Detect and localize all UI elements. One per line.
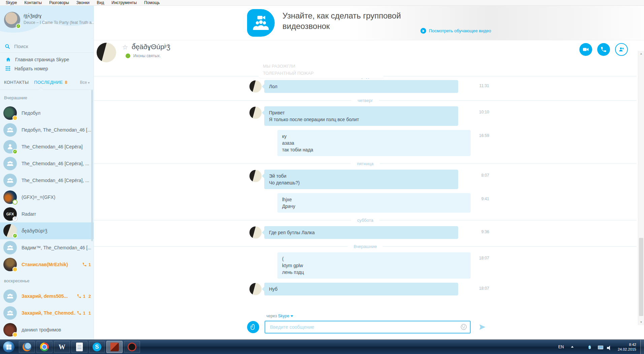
favorite-star-icon[interactable]: ☆ xyxy=(122,43,128,51)
tray-network-icon[interactable] xyxy=(579,344,585,350)
taskbar-dota2-active[interactable] xyxy=(106,341,123,353)
taskbar-media-player[interactable] xyxy=(124,341,140,353)
scrolled-out-message: МЫ РАЗОЖГЛИ ТОЛЕРАНТНЫЙ ПОЖАР xyxy=(258,63,383,78)
contact-row[interactable]: (GFX)=_=(GFX) xyxy=(0,189,94,206)
recent-count-badge: 8 xyxy=(65,80,67,85)
menu-contacts[interactable]: Контакты xyxy=(21,0,45,5)
taskbar-explorer[interactable] xyxy=(71,341,88,353)
watch-tutorial-link[interactable]: Посмотреть обучающее видео xyxy=(418,28,491,34)
avatar xyxy=(3,106,17,120)
attach-file-button[interactable] xyxy=(247,321,259,333)
taskbar-firefox[interactable] xyxy=(19,341,35,353)
tab-recent[interactable]: ПОСЛЕДНИЕ xyxy=(34,80,63,85)
tray-display-icon[interactable] xyxy=(598,346,603,349)
sender-avatar[interactable] xyxy=(249,170,262,182)
menu-skype[interactable]: Skype xyxy=(2,0,21,5)
status-online-icon: ✓ xyxy=(126,54,130,58)
contact-row[interactable]: The_Chemodan_46 [Серёга], ... xyxy=(0,172,94,189)
filter-all-dropdown[interactable]: Все ▾ xyxy=(80,80,90,85)
contact-avatar[interactable] xyxy=(97,43,116,62)
menu-bar: Skype Контакты Разговоры Звонки Вид Инст… xyxy=(0,0,644,6)
contact-row[interactable]: Захарий, dems505... 1 2 xyxy=(0,288,94,305)
sender-avatar[interactable] xyxy=(249,80,262,93)
menu-conversations[interactable]: Разговоры xyxy=(45,0,73,5)
contact-row[interactable]: даниил трофимов xyxy=(0,321,94,338)
status-online-icon: ✓ xyxy=(12,233,18,238)
nav-home[interactable]: Главная страница Skype xyxy=(0,55,94,64)
nav-dialpad[interactable]: Набрать номер xyxy=(0,64,94,73)
tray-volume-icon[interactable] xyxy=(607,345,613,351)
voice-call-button[interactable] xyxy=(597,43,610,56)
chat-panel: Узнайте, как сделать групповой видеозвон… xyxy=(94,6,644,340)
menu-tools[interactable]: Инструменты xyxy=(108,0,140,5)
firefox-icon xyxy=(23,343,31,351)
sidebar-scrollbar[interactable] xyxy=(91,90,93,241)
message-time: 11:31 xyxy=(479,80,489,93)
windows-taskbar: W S EN S 8:42 24.02.2015 xyxy=(0,340,644,354)
contact-name: The_Chemodan_46 [Серёга], ... xyxy=(22,161,89,166)
taskbar-chrome[interactable] xyxy=(36,341,53,353)
incoming-message: Эй тобиЧо делаешь?) 8:07 xyxy=(249,170,489,189)
sender-avatar[interactable] xyxy=(249,226,262,239)
show-desktop-button[interactable] xyxy=(640,340,644,354)
scroll-up-arrow[interactable]: ▲ xyxy=(638,51,644,57)
day-divider: Вчерашние xyxy=(94,244,637,249)
conversation-list: Вчерашние Педобул Педобул, The_Chemodan_… xyxy=(0,90,94,340)
via-selector[interactable]: через Skype xyxy=(266,314,293,318)
contact-name: Педобул, The_Chemodan_46 [... xyxy=(22,127,91,133)
tab-contacts[interactable]: КОНТАКТЫ xyxy=(4,80,29,85)
contact-mood-message: Иконы святых. xyxy=(133,54,161,58)
profile-area[interactable]: ✓ ŋ̈ʈʌ́ǯʁd̲rɣ Deuce – I Came To Party (f… xyxy=(0,6,94,40)
contact-row[interactable]: GFX? Radarr xyxy=(0,206,94,222)
status-offline-icon xyxy=(12,200,18,205)
contact-row-selected[interactable]: ✓ ð̌ęäðɣΘúpʲᶦǯ xyxy=(0,222,94,239)
avatar xyxy=(3,258,17,271)
missed-call-count: 1 xyxy=(83,311,86,316)
taskbar-word[interactable]: W xyxy=(54,341,70,353)
play-icon xyxy=(420,28,426,34)
scroll-down-arrow[interactable]: ▼ xyxy=(638,319,644,325)
clock-date: 24.02.2015 xyxy=(618,347,636,352)
scrollbar-thumb[interactable] xyxy=(639,238,643,316)
avatar: ✓ xyxy=(3,224,17,238)
scrolled-message-top: среда МЫ РАЗОЖГЛИ ТОЛЕРАНТНЫЙ ПОЖАР xyxy=(94,63,637,80)
menu-help[interactable]: Помощь xyxy=(140,0,163,5)
contact-name: Захарий, The_Chemod... xyxy=(22,310,75,316)
chat-scrollbar[interactable]: ▲ ▼ xyxy=(638,51,644,325)
system-tray: EN S 8:42 24.02.2015 xyxy=(555,340,644,354)
contact-row[interactable]: Педобул, The_Chemodan_46 [... xyxy=(0,121,94,138)
tray-skype-icon[interactable]: S xyxy=(588,344,595,350)
language-indicator[interactable]: EN xyxy=(555,345,567,349)
send-message-button[interactable] xyxy=(478,323,486,332)
group-avatar xyxy=(3,157,17,170)
search-box[interactable]: Поиск xyxy=(0,40,94,53)
outgoing-message: lhjxeДрачу 9:41 xyxy=(277,193,489,213)
avatar-text: GFX xyxy=(6,212,14,216)
message-composer: через Skype xyxy=(94,314,644,335)
contact-row[interactable]: Захарий, The_Chemod... 1 1 xyxy=(0,305,94,321)
sidebar: ✓ ŋ̈ʈʌ́ǯʁd̲rɣ Deuce – I Came To Party (f… xyxy=(0,6,94,340)
contact-row[interactable]: Педобул xyxy=(0,105,94,121)
outgoing-message: куазазатак тобiи нада 16:59 xyxy=(277,130,489,156)
contact-row[interactable]: ✓ The_Chemodan_46 [Серёга] xyxy=(0,138,94,155)
video-call-button[interactable] xyxy=(579,43,592,56)
emoticon-icon[interactable] xyxy=(461,324,467,330)
sender-avatar[interactable] xyxy=(249,107,262,119)
taskbar-clock[interactable]: 8:42 24.02.2015 xyxy=(614,342,640,352)
menu-calls[interactable]: Звонки xyxy=(73,0,93,5)
contact-row[interactable]: Вадим™, The_Chemodan_46 [... xyxy=(0,239,94,256)
sender-avatar[interactable] xyxy=(249,283,262,295)
menu-view[interactable]: Вид xyxy=(93,0,108,5)
message-input[interactable] xyxy=(265,321,471,333)
contact-row[interactable]: The_Chemodan_46 [Серёга], ... xyxy=(0,155,94,172)
start-button[interactable] xyxy=(3,341,15,353)
message-time: 18:07 xyxy=(479,252,489,279)
avatar: GFX? xyxy=(3,207,17,221)
taskbar-skype[interactable]: S xyxy=(89,341,105,353)
contacts-tabs: КОНТАКТЫ ПОСЛЕДНИЕ 8 Все ▾ xyxy=(0,75,94,90)
show-hidden-icons-button[interactable] xyxy=(569,344,575,350)
status-away-icon xyxy=(12,115,18,120)
contact-row[interactable]: Станислав(MrEzhik) 1 xyxy=(0,256,94,273)
add-participant-button[interactable] xyxy=(615,43,628,56)
clock-time: 8:42 xyxy=(618,342,636,347)
